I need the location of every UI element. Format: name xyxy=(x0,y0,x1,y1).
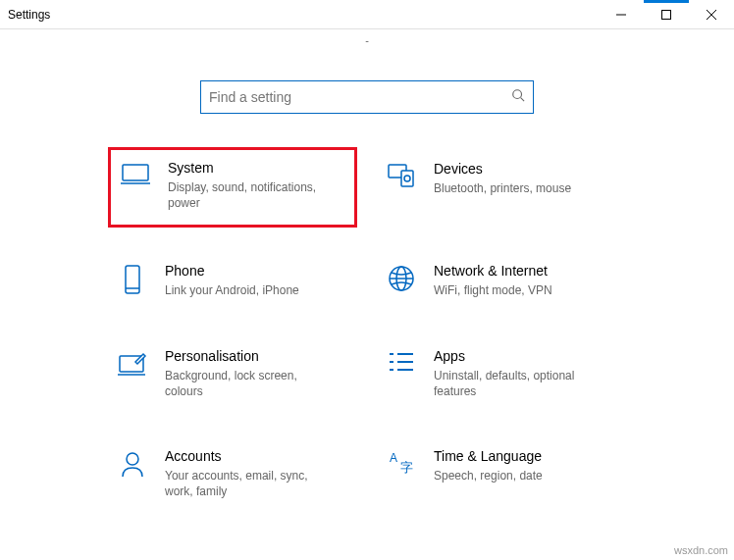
window-controls xyxy=(599,0,734,29)
time-language-icon: A字 xyxy=(383,448,420,476)
svg-text:A: A xyxy=(390,451,397,465)
tile-devices[interactable]: Devices Bluetooth, printers, mouse xyxy=(377,155,626,220)
watermark: wsxdn.com xyxy=(674,544,728,556)
tile-phone[interactable]: Phone Link your Android, iPhone xyxy=(108,257,357,304)
svg-point-4 xyxy=(513,90,522,99)
svg-point-24 xyxy=(127,453,138,465)
tile-title: Personalisation xyxy=(165,348,332,364)
svg-line-5 xyxy=(521,98,525,102)
titlebar: Settings xyxy=(0,0,734,29)
tile-apps[interactable]: Apps Uninstall, defaults, optional featu… xyxy=(377,342,626,405)
system-icon xyxy=(117,160,154,185)
search-input[interactable] xyxy=(209,89,511,105)
tile-title: Time & Language xyxy=(434,448,543,464)
tile-title: Apps xyxy=(434,348,601,364)
search-icon xyxy=(511,88,525,106)
tile-desc: Speech, region, date xyxy=(434,468,543,484)
svg-text:字: 字 xyxy=(400,460,413,475)
globe-icon xyxy=(383,263,420,292)
tile-desc: Bluetooth, printers, mouse xyxy=(434,180,571,196)
personalisation-icon xyxy=(114,348,151,376)
tile-title: System xyxy=(168,160,335,176)
tile-accounts[interactable]: Accounts Your accounts, email, sync, wor… xyxy=(108,442,357,505)
header-dash: - xyxy=(365,34,369,46)
tile-desc: Display, sound, notifications, power xyxy=(168,179,335,211)
tile-desc: Your accounts, email, sync, work, family xyxy=(165,468,332,499)
tile-title: Accounts xyxy=(165,448,332,464)
svg-rect-1 xyxy=(662,10,671,19)
search-box[interactable] xyxy=(200,80,534,114)
tile-desc: Link your Android, iPhone xyxy=(165,282,299,298)
tile-desc: Background, lock screen, colours xyxy=(165,368,332,399)
devices-icon xyxy=(383,161,420,188)
tile-system[interactable]: System Display, sound, notifications, po… xyxy=(108,147,357,228)
accent-strip xyxy=(644,0,689,3)
tile-desc: WiFi, flight mode, VPN xyxy=(434,282,552,298)
svg-rect-11 xyxy=(126,266,139,293)
tile-personalisation[interactable]: Personalisation Background, lock screen,… xyxy=(108,342,357,405)
tile-time-language[interactable]: A字 Time & Language Speech, region, date xyxy=(377,442,626,505)
maximize-button[interactable] xyxy=(644,0,689,29)
window-title: Settings xyxy=(8,8,50,22)
minimize-button[interactable] xyxy=(599,0,644,29)
phone-icon xyxy=(114,263,151,294)
svg-rect-9 xyxy=(401,171,413,186)
close-button[interactable] xyxy=(689,0,734,29)
svg-rect-6 xyxy=(123,165,148,180)
tile-title: Phone xyxy=(165,263,299,279)
tile-network[interactable]: Network & Internet WiFi, flight mode, VP… xyxy=(377,257,626,304)
tile-title: Devices xyxy=(434,161,571,177)
accounts-icon xyxy=(114,448,151,478)
tile-title: Network & Internet xyxy=(434,263,552,279)
settings-grid: System Display, sound, notifications, po… xyxy=(0,127,734,505)
apps-icon xyxy=(383,348,420,374)
tile-desc: Uninstall, defaults, optional features xyxy=(434,368,601,399)
